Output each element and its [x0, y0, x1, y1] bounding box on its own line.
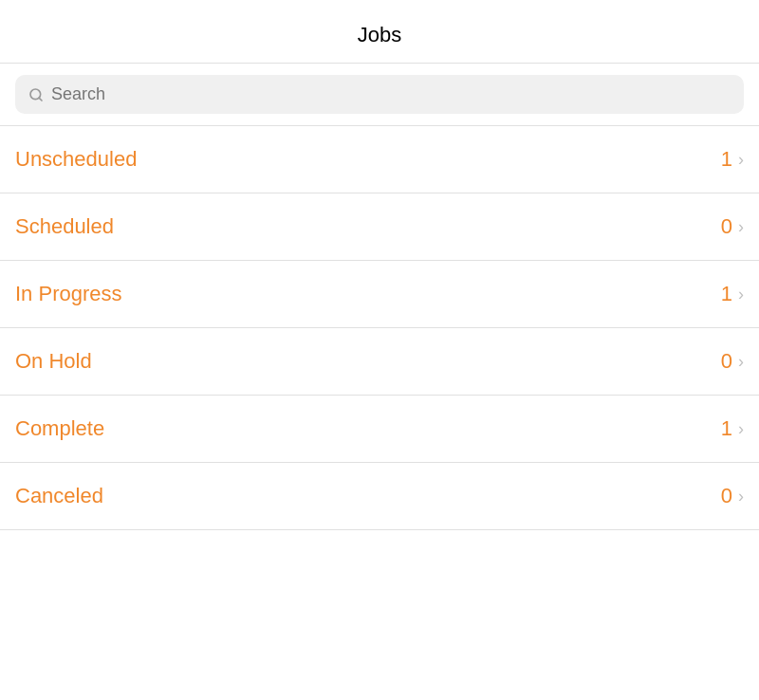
menu-item-count-canceled: 0 — [721, 484, 732, 508]
menu-item-label-in-progress: In Progress — [15, 282, 122, 306]
page-title: Jobs — [0, 0, 759, 64]
menu-item-count-in-progress: 1 — [721, 282, 732, 306]
page-container: Jobs Unscheduled 1 › Scheduled 0 › — [0, 0, 759, 530]
menu-item-on-hold[interactable]: On Hold 0 › — [0, 328, 759, 396]
menu-item-right-complete: 1 › — [721, 416, 744, 441]
menu-item-right-in-progress: 1 › — [721, 282, 744, 306]
menu-item-count-complete: 1 — [721, 416, 732, 441]
menu-item-right-scheduled: 0 › — [721, 214, 744, 239]
menu-item-label-unscheduled: Unscheduled — [15, 147, 137, 172]
menu-item-label-complete: Complete — [15, 416, 104, 441]
chevron-right-icon: › — [738, 419, 744, 439]
chevron-right-icon: › — [738, 217, 744, 237]
chevron-right-icon: › — [738, 285, 744, 304]
menu-item-in-progress[interactable]: In Progress 1 › — [0, 261, 759, 328]
menu-item-count-scheduled: 0 — [721, 214, 732, 239]
jobs-menu-list: Unscheduled 1 › Scheduled 0 › In Progres… — [0, 126, 759, 530]
menu-item-right-canceled: 0 › — [721, 484, 744, 508]
search-icon — [28, 87, 44, 102]
svg-line-1 — [39, 98, 42, 101]
menu-item-unscheduled[interactable]: Unscheduled 1 › — [0, 126, 759, 193]
menu-item-count-unscheduled: 1 — [721, 147, 732, 172]
menu-item-label-on-hold: On Hold — [15, 349, 92, 374]
menu-item-complete[interactable]: Complete 1 › — [0, 396, 759, 463]
search-bar[interactable] — [15, 75, 744, 114]
search-container — [0, 64, 759, 126]
menu-item-right-unscheduled: 1 › — [721, 147, 744, 172]
menu-item-count-on-hold: 0 — [721, 349, 732, 374]
menu-item-canceled[interactable]: Canceled 0 › — [0, 463, 759, 530]
menu-item-label-canceled: Canceled — [15, 484, 103, 508]
menu-item-scheduled[interactable]: Scheduled 0 › — [0, 193, 759, 261]
chevron-right-icon: › — [738, 352, 744, 372]
menu-item-label-scheduled: Scheduled — [15, 214, 114, 239]
menu-item-right-on-hold: 0 › — [721, 349, 744, 374]
chevron-right-icon: › — [738, 150, 744, 170]
search-input[interactable] — [51, 84, 731, 104]
chevron-right-icon: › — [738, 487, 744, 507]
